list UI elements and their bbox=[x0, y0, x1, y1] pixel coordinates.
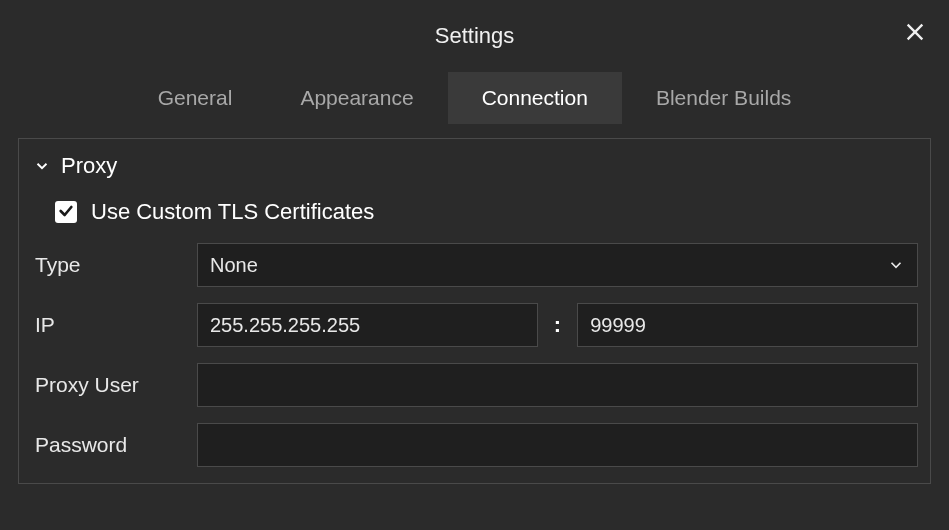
tab-connection[interactable]: Connection bbox=[448, 72, 622, 124]
tab-appearance[interactable]: Appearance bbox=[266, 72, 447, 124]
tab-bar: General Appearance Connection Blender Bu… bbox=[0, 72, 949, 132]
proxy-section-title: Proxy bbox=[61, 153, 117, 179]
proxy-user-row: Proxy User bbox=[31, 363, 918, 407]
chevron-down-icon bbox=[887, 256, 905, 274]
password-row: Password bbox=[31, 423, 918, 467]
tab-general[interactable]: General bbox=[124, 72, 267, 124]
tls-checkbox-label: Use Custom TLS Certificates bbox=[91, 199, 374, 225]
ip-label: IP bbox=[31, 313, 183, 337]
ip-row: IP : bbox=[31, 303, 918, 347]
content-area: Proxy Use Custom TLS Certificates Type N… bbox=[0, 132, 949, 502]
proxy-user-input[interactable] bbox=[197, 363, 918, 407]
checkmark-icon bbox=[58, 201, 74, 224]
type-select-wrap: None bbox=[197, 243, 918, 287]
password-label: Password bbox=[31, 433, 183, 457]
ip-port-separator: : bbox=[552, 312, 563, 338]
close-icon bbox=[904, 21, 926, 48]
type-select-value: None bbox=[210, 254, 258, 277]
settings-window: Settings General Appearance Connection B… bbox=[0, 0, 949, 530]
type-row: Type None bbox=[31, 243, 918, 287]
ip-input[interactable] bbox=[197, 303, 538, 347]
type-select[interactable]: None bbox=[197, 243, 918, 287]
close-button[interactable] bbox=[899, 18, 931, 50]
proxy-user-label: Proxy User bbox=[31, 373, 183, 397]
port-input[interactable] bbox=[577, 303, 918, 347]
proxy-panel: Proxy Use Custom TLS Certificates Type N… bbox=[18, 138, 931, 484]
type-label: Type bbox=[31, 253, 183, 277]
tls-check-row: Use Custom TLS Certificates bbox=[31, 193, 918, 243]
proxy-panel-header[interactable]: Proxy bbox=[31, 151, 918, 193]
tab-blender-builds[interactable]: Blender Builds bbox=[622, 72, 825, 124]
password-input[interactable] bbox=[197, 423, 918, 467]
chevron-down-icon bbox=[33, 157, 51, 175]
titlebar: Settings bbox=[0, 0, 949, 72]
tls-checkbox[interactable] bbox=[55, 201, 77, 223]
page-title: Settings bbox=[435, 23, 515, 49]
